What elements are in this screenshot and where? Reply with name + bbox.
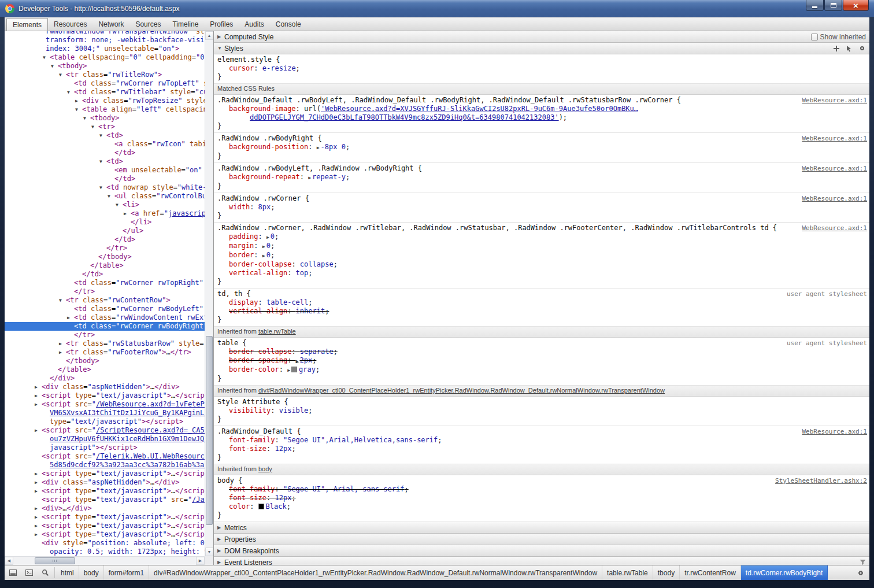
expand-arrow-down-icon[interactable]: ▼ <box>116 201 123 209</box>
css-property[interactable]: background-position: ▶-8px 0; <box>217 143 867 152</box>
tree-line[interactable]: <td class="rwCorner rwTopLeft" styl <box>5 79 205 88</box>
tree-line[interactable]: </tr> <box>5 287 205 296</box>
tree-line[interactable]: </td> <box>5 149 205 157</box>
expand-arrow-right-icon[interactable]: ▶ <box>35 469 42 478</box>
css-property[interactable]: vertical-align: top; <box>217 269 867 278</box>
show-inherited-control[interactable]: Show inherited <box>811 33 866 41</box>
section-dom-breakpoints[interactable]: ▶DOM Breakpoints <box>214 545 869 557</box>
section-properties[interactable]: ▶Properties <box>214 534 869 545</box>
tree-line[interactable]: ▼<table align="left" cellspacing="0 <box>5 105 205 114</box>
expand-arrow-down-icon[interactable]: ▼ <box>43 53 50 62</box>
tree-line[interactable]: </tbody> <box>5 253 205 261</box>
tree-line[interactable]: ▶<script type="text/javascript">…</scrip… <box>5 469 205 478</box>
maximize-button[interactable] <box>824 0 842 11</box>
horizontal-scroll-thumb[interactable] <box>35 557 75 564</box>
expand-arrow-down-icon[interactable]: ▼ <box>67 88 74 97</box>
css-selector[interactable]: element.style { <box>217 56 280 64</box>
section-computed-style[interactable]: ▶ Computed Style Show inherited <box>214 31 869 43</box>
tree-line[interactable]: index: 3004;" unselectable="on"> <box>5 45 205 53</box>
stylesheet-link[interactable]: WebResource.axd:1 <box>802 96 867 105</box>
inherited-node-link[interactable]: div#RadWindowWrapper_ctl00_ContentPlaceH… <box>258 387 665 394</box>
tree-line-selected[interactable]: <td class="rwCorner rwBodyRight" st <box>5 322 205 331</box>
expand-arrow-right-icon[interactable]: ▶ <box>35 400 42 409</box>
tree-line[interactable]: ▶<script type="text/javascript">…</scrip… <box>5 391 205 400</box>
css-selector[interactable]: body { <box>217 476 242 485</box>
section-event-listeners[interactable]: ▶Event Listeners <box>214 557 869 565</box>
stylesheet-link[interactable]: WebResource.axd:1 <box>802 224 867 232</box>
tree-line[interactable]: </table> <box>5 261 205 270</box>
tree-line[interactable]: ▼<ul class="rwControlButtons <box>5 192 205 201</box>
expand-arrow-right-icon[interactable]: ▶ <box>35 383 42 391</box>
tree-line[interactable]: <em unselectable="on" style <box>5 166 205 175</box>
scroll-left-arrow-icon[interactable]: ◀ <box>5 557 13 565</box>
inherited-node-link[interactable]: body <box>258 465 272 472</box>
expand-arrow-down-icon[interactable]: ▼ <box>99 131 106 140</box>
tree-line[interactable]: opacity: 0.5; width: 1723px; height: 937… <box>5 548 205 556</box>
toggle-element-state-icon[interactable] <box>846 45 853 52</box>
expand-arrow-right-icon[interactable]: ▶ <box>35 504 42 513</box>
css-property[interactable]: font-size: 12px; <box>217 445 867 453</box>
tree-line[interactable]: ▶<script src="/WebResource.axd?d=1vFeteP… <box>5 400 205 409</box>
close-button[interactable]: × <box>843 0 869 11</box>
css-property[interactable]: visibility: visible; <box>217 406 867 415</box>
css-property[interactable]: background-image: url('WebResource.axd?d… <box>217 105 867 113</box>
css-selector[interactable]: .RadWindow_Default { <box>217 427 301 435</box>
tab-timeline[interactable]: Timeline <box>166 17 204 31</box>
vertical-scroll-thumb[interactable] <box>206 336 213 525</box>
breadcrumb-item[interactable]: td.rwCorner.rwBodyRight <box>741 565 828 580</box>
filter-icon[interactable] <box>860 560 866 565</box>
tree-line[interactable]: ▶<script src="/ScriptResource.axd?d=_CA5… <box>5 426 205 435</box>
resource-link[interactable]: /Telerik.Web.UI.WebResource.a <box>96 452 205 460</box>
tree-line[interactable]: </tbody> <box>5 357 205 365</box>
expand-arrow-right-icon[interactable]: ▶ <box>35 478 42 487</box>
css-selector[interactable]: .RadWindow .rwBodyRight { <box>217 134 322 142</box>
tree-line[interactable]: </td> <box>5 175 205 183</box>
resource-link[interactable]: /WebResource.axd?d=1vFeteP- <box>96 400 205 408</box>
css-property[interactable]: font-family: "Segoe UI", Arial, sans-ser… <box>217 485 867 494</box>
stylesheet-link[interactable]: WebResource.axd:1 <box>802 194 867 203</box>
tree-line[interactable]: ▶<script type="text/javascript">…</scrip… <box>5 487 205 495</box>
expand-arrow-down-icon[interactable]: ▼ <box>91 123 98 131</box>
expand-arrow-right-icon[interactable]: ▶ <box>35 522 42 530</box>
stylesheet-link[interactable]: WebResource.axd:1 <box>802 164 867 173</box>
tree-line[interactable]: ▼<tbody> <box>5 62 205 71</box>
css-property[interactable]: border-collapse: collapse; <box>217 260 867 269</box>
tree-line[interactable]: transform: none; -webkit-backface-visibi… <box>5 36 205 45</box>
css-property[interactable]: font-size: 12px; <box>217 494 867 502</box>
expand-arrow-right-icon[interactable]: ▶ <box>35 530 42 539</box>
tree-line[interactable]: type="text/javascript"></script> <box>5 417 205 426</box>
tree-line[interactable]: </tr> <box>5 244 205 253</box>
resource-link[interactable]: /JavaS <box>192 495 205 504</box>
settings-gear-button[interactable] <box>852 565 869 580</box>
tree-line[interactable]: ▶<a href="javascript:voi <box>5 209 205 218</box>
tree-line[interactable]: ▶<div class="aspNetHidden">…</div> <box>5 478 205 487</box>
tree-line[interactable]: ▼<table cellspacing="0" cellpadding="0" … <box>5 53 205 62</box>
tree-line[interactable]: <div style="position: absolute; left: 0p… <box>5 539 205 548</box>
stylesheet-link[interactable]: WebResource.axd:1 <box>802 427 867 436</box>
show-inherited-checkbox[interactable] <box>811 34 818 40</box>
tab-audits[interactable]: Audits <box>239 17 269 31</box>
tree-line[interactable]: ▼<td nowrap style="white-space <box>5 183 205 192</box>
css-property[interactable]: display: table-cell; <box>217 298 867 307</box>
scroll-right-arrow-icon[interactable]: ▶ <box>196 557 205 565</box>
tree-line[interactable]: </li> <box>5 218 205 227</box>
console-toggle-button[interactable] <box>21 565 37 580</box>
expand-arrow-down-icon[interactable]: ▼ <box>83 114 90 123</box>
tree-line[interactable]: ▶<tr class="rwStatusbarRow" style="dis <box>5 339 205 348</box>
tree-line[interactable]: 5d85d9cdcf92%3a923aa3cc%3a782b16ab%3a1e0… <box>5 461 205 469</box>
styles-gear-icon[interactable] <box>858 45 866 52</box>
resource-link[interactable]: /ScriptResource.axd?d=_CA51Wk <box>96 426 205 434</box>
expand-arrow-right-icon[interactable]: ▶ <box>124 209 131 218</box>
section-metrics[interactable]: ▶Metrics <box>214 522 869 534</box>
css-property[interactable]: border-spacing: ▶2px; <box>217 356 867 365</box>
tree-line[interactable]: ▶<script type="text/javascript">…</scrip… <box>5 530 205 539</box>
tree-line[interactable]: <td class="rwCorner rwTopRight" sty <box>5 279 205 287</box>
tree-line[interactable]: ▶<td class="rwWindowContent rwExterna <box>5 313 205 322</box>
css-selector[interactable]: .RadWindow_Default .rwBodyLeft, .RadWind… <box>217 96 681 104</box>
expand-arrow-down-icon[interactable]: ▼ <box>51 62 58 71</box>
tree-line[interactable]: </table> <box>5 365 205 374</box>
expand-arrow-right-icon[interactable]: ▶ <box>75 97 82 105</box>
css-selector[interactable]: .RadWindow .rwBodyLeft, .RadWindow .rwBo… <box>217 164 422 172</box>
css-selector[interactable]: Style Attribute { <box>217 398 288 406</box>
tree-line[interactable]: <td class="rwCorner rwBodyLeft" sty <box>5 305 205 313</box>
